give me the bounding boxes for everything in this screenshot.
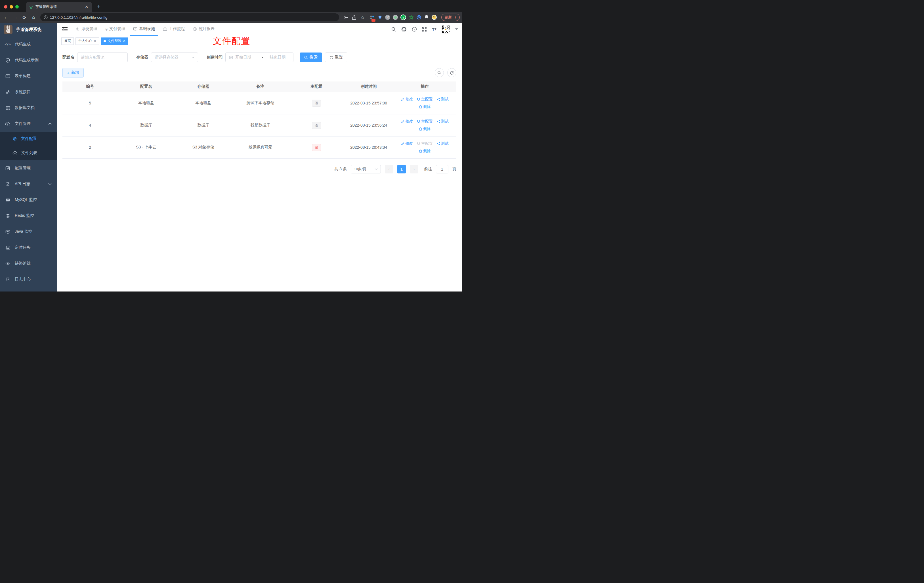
gear-icon [13,137,17,141]
search-button[interactable]: 搜索 [300,53,322,62]
magnet-icon [417,97,420,101]
user-avatar-qr[interactable] [442,25,450,33]
table-icon [5,106,10,111]
nav-item-system[interactable]: 系统管理 [72,23,101,36]
delete-link[interactable]: 删除 [419,149,431,154]
sidebar-item-system-api[interactable]: 系统接口 [0,84,57,100]
edit-link[interactable]: 修改 [401,141,413,146]
chrome-update-button[interactable]: 更新 ⋮ [441,13,460,21]
forward-icon[interactable]: → [12,15,19,20]
reset-button[interactable]: 重置 [325,53,347,62]
extension-gem-icon[interactable] [378,15,383,20]
browser-tab[interactable]: 芋道管理系统 ✕ [26,2,92,12]
chart-monitor-icon [5,198,10,202]
extensions-puzzle-icon[interactable] [424,15,429,20]
master-config-link[interactable]: 主配置 [417,119,433,124]
cloud-download-icon [5,122,10,126]
storage-select[interactable]: 请选择存储器 [151,53,198,62]
sidebar-item-scheduled-jobs[interactable]: 定时任务 [0,239,57,256]
nav-item-infrastructure[interactable]: 基础设施 [130,23,158,36]
app-logo[interactable]: 芋道管理系统 [0,23,57,36]
extension-tabs-icon[interactable]: 11 [370,15,375,20]
tab-close-icon[interactable]: ✕ [84,5,89,9]
site-info-icon[interactable] [44,15,48,19]
next-page-button[interactable]: › [410,165,418,173]
date-range-picker[interactable]: 开始日期 - 结束日期 [225,53,294,62]
sidebar-item-config-management[interactable]: 配置管理 [0,160,57,176]
password-key-icon[interactable] [342,15,349,20]
delete-link[interactable]: 删除 [419,104,431,109]
address-bar[interactable]: 127.0.0.1:1024/infra/file/file-config [40,13,339,21]
font-size-icon[interactable]: TT [432,27,436,32]
test-link[interactable]: 测试 [437,97,449,102]
tag-home[interactable]: 首页 [61,38,74,45]
tag-close-icon[interactable]: ✕ [123,39,125,43]
reload-icon[interactable]: ⟳ [20,15,28,20]
bookmark-star-icon[interactable]: ☆ [359,15,366,20]
zoom-window-button[interactable] [15,5,19,8]
github-icon[interactable] [401,27,407,32]
extension-y-icon[interactable]: y [401,15,406,20]
sidebar-item-log-center[interactable]: 日志中心 [0,271,57,287]
search-icon [437,71,441,74]
browser-toolbar: ← → ⟳ ⌂ 127.0.0.1:1024/infra/file/file-c… [0,12,462,23]
sidebar-item-redis-monitor[interactable]: Redis 监控 [0,208,57,224]
end-date-placeholder[interactable]: 结束日期 [265,55,290,60]
sidebar-item-api-log[interactable]: API 日志 [0,176,57,192]
sidebar-item-code-example[interactable]: 代码生成示例 [0,52,57,68]
sidebar-item-file-list[interactable]: 文件列表 [0,146,57,160]
sidebar-item-mysql-monitor[interactable]: MySQL 监控 [0,192,57,208]
search-icon[interactable] [391,27,396,32]
add-button[interactable]: + 新增 [63,68,84,78]
clock-icon [5,245,10,250]
extension-circle-icon[interactable] [416,15,421,20]
extension-command-icon[interactable]: ⌘ [385,15,390,20]
refresh-table-button[interactable] [447,68,456,77]
sidebar-item-code-generation[interactable]: </> 代码生成 [0,36,57,52]
master-config-link[interactable]: 主配置 [417,97,433,102]
avatar-dropdown-caret-icon[interactable] [455,28,458,30]
goto-page-input[interactable] [436,165,449,173]
show-search-toggle-button[interactable] [435,68,444,77]
help-icon[interactable]: ? [412,27,417,32]
sidebar-item-form-builder[interactable]: 表单构建 [0,68,57,84]
extension-star-icon[interactable] [409,15,414,20]
chevron-up-icon [48,122,52,125]
current-page-button[interactable]: 1 [397,165,406,173]
edit-link[interactable]: 修改 [401,97,413,102]
close-window-button[interactable] [4,5,7,8]
nav-item-payment[interactable]: ¥ 支付管理 [102,23,129,36]
main-panel: 文件配置 系统管理 ¥ 支付管理 [57,23,462,292]
nav-item-workflow[interactable]: 工作流程 [160,23,188,36]
nav-item-reports[interactable]: 统计报表 [189,23,218,36]
sidebar-item-db-doc[interactable]: 数据库文档 [0,100,57,116]
sidebar-item-file-management[interactable]: 文件管理 [0,116,57,132]
test-link[interactable]: 测试 [437,141,449,146]
delete-link[interactable]: 删除 [419,126,431,131]
sidebar-item-file-config[interactable]: 文件配置 [0,132,57,146]
start-date-placeholder[interactable]: 开始日期 [235,55,260,60]
pencil-icon [401,142,404,145]
tag-close-icon[interactable]: ✕ [94,39,96,43]
prev-page-button[interactable]: ‹ [385,165,393,173]
test-link[interactable]: 测试 [437,119,449,124]
edit-link[interactable]: 修改 [401,119,413,124]
back-icon[interactable]: ← [2,15,10,20]
minimize-window-button[interactable] [10,5,13,8]
config-name-input[interactable] [81,55,124,59]
app-window: 芋道管理系统 </> 代码生成 代码生成示例 表单构建 [0,23,462,292]
extension-emoji-icon[interactable] [432,15,437,20]
extension-dot-icon[interactable] [393,15,398,20]
fullscreen-icon[interactable] [422,27,427,32]
new-tab-button[interactable]: + [95,3,103,10]
browser-menu-icon[interactable]: ⋮ [454,15,457,20]
tag-file-config[interactable]: 文件配置 ✕ [101,38,128,45]
file-config-table: 编号 配置名 存储器 备注 主配置 创建时间 操作 5 本地磁盘 本地磁盘 测试 [63,81,456,159]
share-icon[interactable] [350,15,358,20]
home-icon[interactable]: ⌂ [30,15,38,20]
sidebar-item-java-monitor[interactable]: Java 监控 [0,224,57,239]
page-size-select[interactable]: 10条/页 [351,165,381,173]
tag-profile[interactable]: 个人中心 ✕ [76,38,99,45]
sidebar-item-tracing[interactable]: 链路追踪 [0,256,57,271]
collapse-sidebar-icon[interactable] [57,23,72,36]
